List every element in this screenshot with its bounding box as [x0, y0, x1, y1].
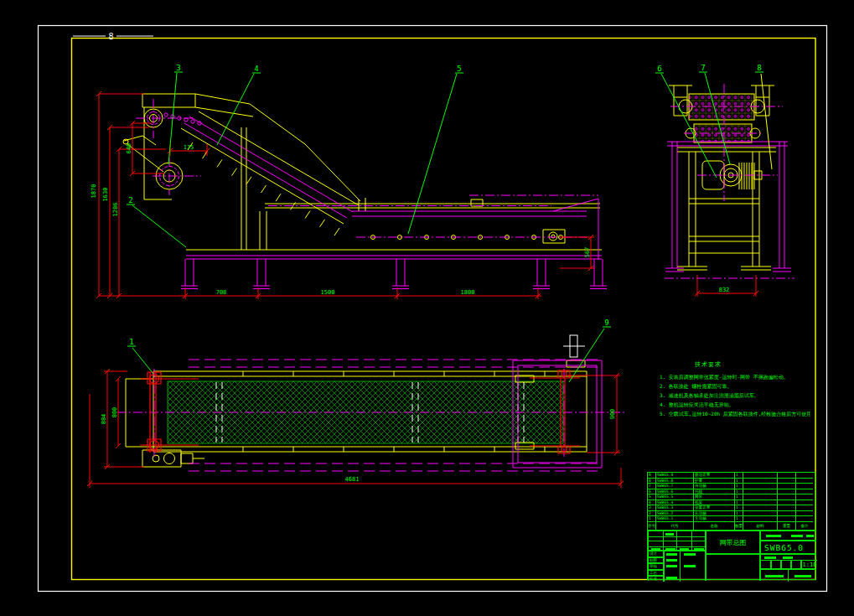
drawing-number: SWB65.0 [764, 543, 804, 552]
dim-side-head-height: 640 [126, 143, 132, 154]
sig-label: 审核 [649, 563, 664, 569]
technical-notes: 技术要求 1. 安装后调整网带张紧度-运转时-网带 不得跑偏松动。 2. 各联接… [660, 360, 810, 418]
callout-6-label: 6 [657, 65, 661, 73]
callout-4-label: 4 [254, 65, 258, 73]
dim-plan-head-width: 900 [609, 409, 616, 420]
sig-label: 工艺 [649, 570, 664, 576]
title-block: 设计 制图 审核 工艺 批准 网带总图 SWB65.0 1:10 [647, 530, 815, 580]
callout-5: 5 [408, 65, 463, 234]
callout-2: 2 [127, 196, 186, 247]
callout-4: 4 [217, 65, 261, 145]
dim-side-span-1: 708 [216, 289, 227, 296]
dim-plan-length-overall: 4681 [345, 476, 360, 483]
dim-side-height-overall: 1870 [91, 184, 97, 199]
callout-3: 3 [168, 64, 183, 164]
callout-5-label: 5 [457, 65, 461, 73]
notes-title: 技术要求 [695, 360, 810, 369]
drawing-number-cell: SWB65.0 [760, 541, 816, 554]
callout-8: 8 [755, 64, 772, 169]
note-line: 3. 减速机及各轴承处加注润滑油脂后试车。 [660, 391, 810, 400]
dim-side-height-mid: 1630 [102, 188, 109, 202]
dim-side-discharge-height: 567 [584, 247, 591, 258]
callout-1-label: 1 [129, 338, 133, 346]
end-view: 832 [665, 84, 794, 297]
dim-side-span-3: 1800 [461, 289, 475, 296]
dim-side-span-2: 1500 [321, 289, 335, 296]
callout-9-label: 9 [604, 318, 608, 327]
marks-row [760, 531, 816, 541]
support-legs [181, 259, 607, 289]
sig-label: 设计 [649, 551, 664, 557]
zone-label: 8 [108, 32, 113, 41]
callout-1: 1 [127, 338, 153, 374]
zone-marker: 8 [73, 32, 153, 41]
note-line: 5. 空载试车,运转10~20h 后紧固各联接件,经检验合格后方可使用。 [660, 409, 810, 418]
side-elevation-view: 1870 1630 1286 640 175 567 708 1500 1800 [91, 91, 607, 299]
note-line: 4. 整机运转应灵活平稳无异响。 [660, 400, 810, 409]
plan-view: 884 800 4681 900 [87, 335, 627, 488]
dim-side-head-width: 175 [184, 144, 194, 151]
drawing-title: 网带总图 [720, 538, 747, 547]
dim-side-height-inner: 1286 [112, 203, 119, 217]
signature-rows: 设计 制图 审核 工艺 批准 [648, 551, 706, 581]
note-line: 1. 安装后调整网带张紧度-运转时-网带 不得跑偏松动。 [660, 372, 810, 381]
guard-frame [665, 142, 791, 272]
sig-label: 批准 [649, 576, 664, 582]
sig-label: 制图 [649, 557, 664, 563]
revision-grid [648, 531, 706, 551]
dim-end-base-width: 832 [719, 287, 730, 293]
parts-list: 9SWB65.9驱动装置1 8SWB65.8护罩1 7SWB65.7传动轴1 6… [647, 472, 815, 531]
callout-7-label: 7 [701, 64, 705, 72]
callout-8-label: 8 [757, 64, 761, 72]
sheet-count-row [760, 569, 816, 581]
note-line: 2. 各联接处 螺栓需紧固可靠。 [660, 381, 810, 391]
scale-row: 1:10 [760, 554, 816, 569]
dim-plan-belt-width: 800 [111, 407, 118, 418]
dim-plan-width-overall: 884 [101, 414, 107, 425]
callout-9: 9 [569, 318, 611, 382]
callout-3-label: 3 [176, 64, 180, 72]
drawing-title-cell: 网带总图 [706, 531, 760, 554]
callout-2-label: 2 [128, 196, 132, 204]
cad-drawing-sheet: 8 1 [0, 0, 854, 616]
empty-cell [706, 554, 760, 581]
